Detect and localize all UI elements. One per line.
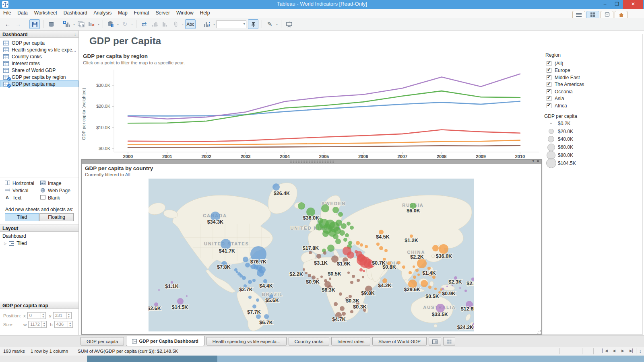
highlight-icon[interactable] xyxy=(171,19,180,29)
chart-line-middle-east[interactable] xyxy=(128,130,520,141)
region-filter-oceania[interactable]: Oceania xyxy=(547,88,584,95)
menu-help[interactable]: Help xyxy=(197,9,213,17)
next-sheet-icon[interactable]: ▶ xyxy=(621,349,624,353)
map-bubble-am[interactable] xyxy=(256,298,259,302)
map-bubble-af[interactable] xyxy=(305,272,308,274)
fit-axes-icon[interactable] xyxy=(202,19,211,29)
map-bubble-am[interactable] xyxy=(236,271,238,273)
sidebar-item-share-of-world-gdp[interactable]: Share of World GDP xyxy=(0,67,78,74)
fit-axes-caret-icon[interactable]: ▾ xyxy=(213,23,215,26)
map-bubble-as[interactable] xyxy=(415,269,419,272)
menu-format[interactable]: Format xyxy=(131,9,153,17)
map-bubble-af[interactable] xyxy=(323,251,326,255)
refresh-icon[interactable]: ↻ xyxy=(120,19,129,29)
menu-file[interactable]: File xyxy=(0,9,14,17)
map-bubble-me[interactable] xyxy=(363,270,365,272)
region-checkbox[interactable] xyxy=(547,89,551,94)
region-checkbox[interactable] xyxy=(547,61,551,66)
map-bubble-eu[interactable] xyxy=(335,239,341,244)
map-bubble-af[interactable] xyxy=(352,275,355,278)
pause-updates-icon[interactable] xyxy=(106,19,115,29)
map-bubble-as[interactable] xyxy=(434,288,437,290)
tab-share-of-world-gdp[interactable]: Share of World GDP xyxy=(372,337,427,346)
tab-country-ranks[interactable]: Country ranks xyxy=(289,337,330,346)
map-bubble-eu[interactable] xyxy=(322,230,329,237)
previous-sheet-icon[interactable]: ◀ xyxy=(613,349,615,353)
map-bubble-oc[interactable] xyxy=(177,298,184,304)
menu-window[interactable]: Window xyxy=(173,9,197,17)
region-filter-europe[interactable]: Europe xyxy=(547,67,584,74)
map-bubble-as[interactable] xyxy=(413,276,416,279)
tiled-mode-button[interactable]: Tiled xyxy=(5,213,39,221)
chart-line-oceania[interactable] xyxy=(128,74,520,119)
map-bubble-eu[interactable] xyxy=(333,234,339,239)
map-bubble-af[interactable] xyxy=(320,276,323,278)
pos-x-stepper[interactable]: 0▲▼ xyxy=(27,312,46,319)
menu-analysis[interactable]: Analysis xyxy=(91,9,115,17)
menu-server[interactable]: Server xyxy=(153,9,173,17)
map-bubble-eu[interactable] xyxy=(316,223,323,230)
map-bubble-as[interactable] xyxy=(397,261,400,264)
duplicate-sheet-icon[interactable] xyxy=(76,19,85,29)
fit-selector[interactable]: ▾ xyxy=(217,20,246,28)
map-bubble-af[interactable] xyxy=(316,254,321,259)
map-bubble-eu[interactable] xyxy=(343,238,347,242)
map-bubble-oc[interactable] xyxy=(459,287,461,289)
map-bubble-as[interactable] xyxy=(432,276,436,279)
region-filter-africa[interactable]: Africa xyxy=(547,102,584,109)
map-bubble-me[interactable] xyxy=(359,268,363,272)
map-window-close-icon[interactable]: ✕ xyxy=(537,159,540,163)
map-bubble-as[interactable] xyxy=(409,271,412,274)
map-window-menu-caret-icon[interactable]: ▾ xyxy=(532,159,534,163)
object-text[interactable]: AText xyxy=(5,194,40,202)
format-pen-icon[interactable]: ✎ xyxy=(265,19,274,29)
refresh-caret-icon[interactable]: ▾ xyxy=(131,23,133,26)
layout-tree-item-tiled[interactable]: ▷ Tiled xyxy=(4,241,27,246)
map-bubble-eu[interactable] xyxy=(321,204,329,212)
map-bubble-am[interactable] xyxy=(264,314,269,319)
region-filter-middle-east[interactable]: Middle East xyxy=(547,74,584,81)
tab-interest-rates[interactable]: Interest rates xyxy=(331,337,370,346)
map-bubble-as[interactable] xyxy=(439,244,448,254)
map-bubble-as[interactable] xyxy=(410,234,413,238)
chart-line-africa[interactable] xyxy=(128,146,520,148)
map-bubble-af[interactable] xyxy=(347,272,350,274)
sidebar-item-gdp-per-capita[interactable]: GDP per capita xyxy=(0,39,78,46)
map-bubble-oc[interactable] xyxy=(464,290,467,292)
map-bubble-oc[interactable] xyxy=(446,286,448,287)
menu-dashboard[interactable]: Dashboard xyxy=(60,9,91,17)
map-bubble-eu[interactable] xyxy=(327,245,334,252)
map-bubble-as[interactable] xyxy=(432,245,439,251)
swap-axes-icon[interactable]: ⇄ xyxy=(140,19,149,29)
expand-icon[interactable]: ▷ xyxy=(4,242,6,245)
map-bubble-as[interactable] xyxy=(376,243,380,246)
map-bubble-am[interactable] xyxy=(248,280,252,284)
region-filter-the-americas[interactable]: The Americas xyxy=(547,81,584,88)
map-bubble-eu[interactable] xyxy=(298,202,305,210)
map-bubble-as[interactable] xyxy=(421,280,428,287)
region-filter-asia[interactable]: Asia xyxy=(547,95,584,103)
tab-gdp-per-capita[interactable]: GDP per capita xyxy=(80,337,124,346)
map-bubble-as[interactable] xyxy=(428,286,431,289)
menu-worksheet[interactable]: Worksheet xyxy=(31,9,60,17)
size-h-stepper[interactable]: 436▲▼ xyxy=(54,321,73,328)
presentation-mode-icon[interactable] xyxy=(285,19,293,29)
map-bubble-af[interactable] xyxy=(349,295,352,298)
new-worksheet-caret-icon[interactable]: ▾ xyxy=(73,23,75,26)
pos-y-stepper[interactable]: 331▲▼ xyxy=(53,312,72,319)
world-bubble-map[interactable]: CANADAUNITED STATESBRAZILSWEDENUNITED KI… xyxy=(149,179,474,331)
last-sheet-icon[interactable]: ▶▏ xyxy=(630,349,635,353)
size-w-arrows-icon[interactable]: ▲▼ xyxy=(41,321,46,327)
map-bubble-as[interactable] xyxy=(360,243,363,247)
sidebar-item-gdp-per-capita-by-region[interactable]: ✓GDP per capita by region xyxy=(0,74,78,80)
map-bubble-as[interactable] xyxy=(402,265,405,269)
new-worksheet-icon[interactable] xyxy=(62,19,71,29)
map-bubble-as[interactable] xyxy=(365,245,368,248)
region-line-chart[interactable]: $0.0K$10.0K$20.0K$30.0K20002001200220032… xyxy=(91,66,541,159)
object-image[interactable]: Image xyxy=(40,180,76,187)
map-bubble-af[interactable] xyxy=(342,312,346,316)
size-w-stepper[interactable]: 1172▲▼ xyxy=(28,321,47,328)
map-bubble-am[interactable] xyxy=(272,183,280,191)
map-bubble-af[interactable] xyxy=(334,302,338,306)
tab-health-spending-vs-life-expecta-[interactable]: Health spending vs life expecta... xyxy=(206,337,287,346)
